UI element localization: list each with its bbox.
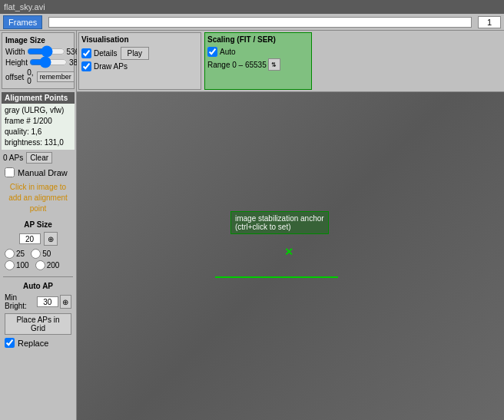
image-canvas[interactable]: image stabilization anchor (ctrl+click t… (77, 92, 504, 420)
height-row: Height 384 (5, 58, 71, 67)
ap-info-line-3: brightness: 131,0 (5, 137, 71, 148)
title-bar: flat_sky.avi (0, 0, 504, 14)
radio-200[interactable]: 200 (35, 260, 60, 270)
radio-pair-1: 25 50 (5, 249, 71, 259)
anchor-line-1: image stabilization anchor (235, 214, 324, 223)
main-container: Frames Image Size Width 536 Height 384 (0, 14, 504, 420)
radio-pair-2: 100 200 (5, 260, 71, 270)
radio-100-input[interactable] (5, 260, 15, 270)
height-slider[interactable] (29, 58, 68, 67)
ap-size-row: ⊕ (2, 230, 75, 247)
green-line (215, 276, 338, 278)
offset-row: offset 0, 0 remember (5, 68, 71, 85)
place-aps-button[interactable]: Place APs in Grid (5, 313, 71, 335)
anchor-tooltip: image stabilization anchor (ctrl+click t… (230, 211, 329, 234)
ap-info: gray (ULRG, vfw) frame # 1/200 quality: … (2, 104, 75, 150)
ap-info-line-1: frame # 1/200 (5, 116, 71, 127)
offset-label: offset (5, 73, 24, 81)
width-slider[interactable] (27, 47, 65, 56)
radio-100[interactable]: 100 (5, 260, 29, 270)
details-checkbox[interactable] (81, 48, 91, 58)
min-bright-row: Min Bright: ⊕ (2, 292, 75, 312)
min-bright-input[interactable] (37, 296, 58, 307)
radio-50-input[interactable] (31, 249, 41, 259)
replace-row: Replace (2, 336, 75, 349)
auto-checkbox[interactable] (207, 47, 217, 57)
clear-button[interactable]: Clear (26, 152, 52, 164)
play-button[interactable]: Play (121, 47, 149, 60)
range-label: Range 0 – 65535 (207, 61, 267, 69)
top-bar: Frames (0, 14, 504, 31)
ap-size-label: AP Size (2, 217, 75, 230)
remember-button[interactable]: remember (37, 71, 75, 82)
height-label: Height (5, 58, 28, 67)
manual-draw-label: Manual Draw (18, 168, 68, 177)
auto-ap-label: Auto AP (2, 280, 75, 292)
ap-count: 0 APs (3, 154, 23, 162)
manual-draw-checkbox[interactable] (5, 167, 15, 177)
width-row: Width 536 (5, 47, 71, 56)
radio-50[interactable]: 50 (31, 249, 51, 259)
vis-title: Visualisation (81, 35, 198, 44)
draw-aps-checkbox[interactable] (81, 61, 91, 71)
radio-25-input[interactable] (5, 249, 15, 259)
min-bright-magnify[interactable]: ⊕ (60, 295, 71, 309)
vis-row-2: Draw APs (81, 61, 198, 71)
alignment-points-section: Alignment Points gray (ULRG, vfw) frame … (2, 92, 75, 418)
divider-1 (3, 276, 73, 277)
image-size-section: Image Size Width 536 Height 384 offset 0… (2, 32, 75, 89)
scaling-title: Scaling (FIT / SER) (207, 35, 309, 44)
ap-controls: 0 APs Clear (2, 150, 75, 166)
anchor-line-2: (ctrl+click to set) (235, 223, 324, 231)
click-hint: Click in image to add an alignment point (2, 179, 75, 217)
radio-25[interactable]: 25 (5, 249, 25, 259)
offset-value: 0, 0 (27, 68, 33, 85)
details-label[interactable]: Details (81, 48, 118, 58)
content-area: Image Size Width 536 Height 384 offset 0… (0, 31, 504, 420)
min-bright-label: Min Bright: (5, 293, 35, 310)
frames-slider[interactable] (48, 17, 472, 28)
replace-checkbox[interactable] (5, 338, 15, 348)
draw-aps-label[interactable]: Draw APs (81, 61, 128, 71)
ap-info-line-0: gray (ULRG, vfw) (5, 105, 71, 116)
radio-200-input[interactable] (35, 260, 45, 270)
top-panels: Visualisation Details Play Draw APs (77, 31, 504, 92)
width-label: Width (5, 48, 25, 56)
green-crosshair: ✕ (284, 246, 293, 258)
range-row: Range 0 – 65535 ⇅ (207, 58, 309, 71)
window-title: flat_sky.avi (4, 2, 45, 12)
magnify-button[interactable]: ⊕ (44, 232, 58, 246)
radio-group: 25 50 100 200 (2, 247, 75, 273)
center-area: Visualisation Details Play Draw APs (77, 31, 504, 420)
scaling-panel: Scaling (FIT / SER) Auto Range 0 – 65535… (204, 32, 312, 90)
frames-button[interactable]: Frames (3, 15, 42, 29)
scaling-row-1: Auto (207, 47, 309, 57)
visualisation-panel: Visualisation Details Play Draw APs (78, 32, 201, 90)
image-size-title: Image Size (5, 36, 71, 45)
frame-number-input[interactable] (478, 16, 501, 28)
left-panel: Image Size Width 536 Height 384 offset 0… (0, 31, 77, 420)
ap-info-line-2: quality: 1,6 (5, 127, 71, 137)
ap-header: Alignment Points (2, 92, 75, 104)
manual-draw-row: Manual Draw (2, 166, 75, 179)
ap-size-input[interactable] (19, 233, 41, 244)
swap-button[interactable]: ⇅ (268, 58, 280, 71)
vis-row-1: Details Play (81, 47, 198, 60)
replace-label: Replace (18, 339, 48, 348)
auto-label[interactable]: Auto (207, 47, 236, 57)
